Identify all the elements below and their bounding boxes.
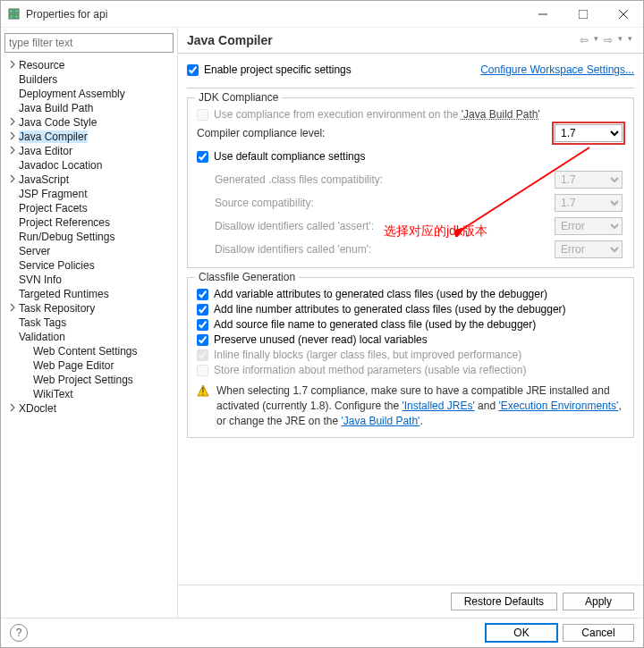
tree-item[interactable]: Run/Debug Settings [4, 230, 174, 244]
app-icon [8, 8, 21, 21]
tree-item[interactable]: XDoclet [4, 401, 174, 416]
classfile-option: Inline finally blocks (larger class file… [197, 349, 624, 361]
expand-icon[interactable] [6, 402, 19, 415]
minimize-button[interactable] [522, 1, 563, 28]
tree-item[interactable]: Project Facets [4, 201, 174, 215]
configure-workspace-link[interactable]: Configure Workspace Settings... [480, 63, 634, 76]
expand-icon[interactable] [6, 173, 19, 186]
back-drop-icon[interactable]: ▾ [592, 34, 600, 46]
content-body: Enable project specific settings Configu… [178, 54, 643, 585]
enable-specific-checkbox[interactable] [187, 64, 199, 76]
expand-icon[interactable] [6, 59, 19, 72]
menu-drop-icon[interactable]: ▾ [626, 34, 634, 46]
assert-select: Error [555, 217, 623, 235]
cancel-button[interactable]: Cancel [563, 624, 634, 642]
tree-item[interactable]: Web Project Settings [4, 373, 174, 387]
tree-item[interactable]: Java Build Path [4, 101, 174, 115]
enable-specific-row: Enable project specific settings [187, 63, 480, 76]
tree-item[interactable]: Java Code Style [4, 115, 174, 130]
help-icon[interactable]: ? [10, 624, 28, 642]
java-build-path-link[interactable]: 'Java Build Path' [462, 108, 540, 121]
classfile-option: Add variable attributes to generated cla… [197, 288, 624, 300]
tree-item[interactable]: Deployment Assembly [4, 87, 174, 101]
tree-item-label: Validation [19, 331, 65, 343]
tree-item-label: JavaScript [19, 173, 69, 186]
compliance-grid: Compiler compliance level: 1.7 Use defau… [197, 124, 624, 258]
restore-defaults-button[interactable]: Restore Defaults [451, 593, 557, 610]
classfile-checkbox[interactable] [197, 304, 208, 316]
tree-item[interactable]: Builders [4, 72, 174, 87]
build-path-link2[interactable]: 'Java Build Path' [341, 415, 419, 427]
execution-envs-link[interactable]: 'Execution Environments' [498, 400, 618, 412]
tree-item[interactable]: Project References [4, 215, 174, 230]
tree-item-label: Java Build Path [19, 102, 93, 114]
use-default-checkbox[interactable] [197, 151, 208, 163]
classfile-label: Store information about method parameter… [214, 364, 527, 376]
tree-item[interactable]: JavaScript [4, 173, 174, 187]
tree-item[interactable]: JSP Fragment [4, 187, 174, 201]
expand-icon[interactable] [6, 145, 19, 157]
back-icon[interactable]: ⇦ [578, 34, 590, 46]
tree-item[interactable]: Task Tags [4, 316, 174, 330]
warning-row: ! When selecting 1.7 compliance, make su… [197, 383, 624, 428]
level-label: Compiler compliance level: [197, 127, 555, 139]
close-button[interactable] [603, 1, 643, 28]
tree-item[interactable]: Task Repository [4, 301, 174, 316]
classfile-checkbox [197, 365, 208, 376]
tree-item-label: Java Editor [19, 145, 72, 157]
use-exec-env-row: Use compliance from execution environmen… [197, 108, 624, 121]
installed-jres-link[interactable]: 'Installed JREs' [402, 400, 474, 412]
tree-item-label: Web Content Settings [33, 345, 138, 358]
tree-item-label: Service Policies [19, 259, 95, 272]
tree-item[interactable]: Service Policies [4, 258, 174, 273]
classfile-fieldset: Classfile Generation Add variable attrib… [187, 277, 634, 438]
tree-item[interactable]: WikiText [4, 387, 174, 401]
tree-item[interactable]: Resource [4, 58, 174, 72]
tree-item[interactable]: Web Content Settings [4, 344, 174, 358]
compliance-level-select[interactable]: 1.7 [555, 124, 623, 142]
section-header: Java Compiler ⇦▾ ⇨▾ ▾ [178, 28, 643, 54]
properties-tree[interactable]: ResourceBuildersDeployment AssemblyJava … [4, 58, 174, 612]
expand-icon[interactable] [6, 116, 19, 129]
tree-item[interactable]: SVN Info [4, 273, 174, 287]
tree-item-label: XDoclet [19, 402, 56, 415]
tree-item-label: Run/Debug Settings [19, 231, 114, 243]
jdk-compliance-fieldset: JDK Compliance Use compliance from execu… [187, 97, 634, 268]
filter-input[interactable] [4, 33, 174, 53]
tree-item[interactable]: Java Editor [4, 144, 174, 158]
classfile-checkbox [197, 349, 208, 361]
forward-icon[interactable]: ⇨ [602, 34, 614, 46]
tree-item[interactable]: Javadoc Location [4, 158, 174, 173]
tree-item-label: JSP Fragment [19, 188, 87, 200]
warning-icon: ! [197, 384, 209, 428]
tree-item[interactable]: Targeted Runtimes [4, 287, 174, 301]
tree-item-label: Server [19, 245, 50, 257]
inner-button-bar: Restore Defaults Apply [178, 585, 643, 618]
classfile-checkbox[interactable] [197, 334, 208, 346]
expand-icon[interactable] [6, 302, 19, 315]
tree-item[interactable]: Validation [4, 330, 174, 344]
classfile-label: Add line number attributes to generated … [214, 303, 566, 316]
section-title: Java Compiler [187, 33, 578, 47]
classfile-label: Add variable attributes to generated cla… [214, 288, 547, 300]
classfile-checkbox[interactable] [197, 289, 208, 300]
forward-drop-icon[interactable]: ▾ [616, 34, 624, 46]
tree-item-label: Task Repository [19, 302, 95, 315]
tree-item[interactable]: Server [4, 244, 174, 258]
use-default-label: Use default compliance settings [214, 150, 365, 163]
expand-icon[interactable] [6, 130, 19, 143]
classfile-checkbox[interactable] [197, 319, 208, 331]
apply-button[interactable]: Apply [563, 593, 634, 610]
assert-label: Disallow identifiers called 'assert': [197, 220, 555, 232]
tree-item[interactable]: Java Compiler [4, 130, 174, 144]
tree-item[interactable]: Web Page Editor [4, 358, 174, 373]
ok-button[interactable]: OK [486, 624, 557, 642]
tree-item-label: Resource [19, 59, 64, 72]
tree-item-label: Targeted Runtimes [19, 288, 109, 300]
svg-rect-5 [579, 10, 588, 19]
source-compat-label: Source compatibility: [197, 197, 555, 209]
enable-specific-label: Enable project specific settings [204, 63, 352, 76]
footer: ? OK Cancel [1, 618, 643, 647]
jdk-legend: JDK Compliance [195, 91, 282, 104]
maximize-button[interactable] [563, 1, 603, 28]
